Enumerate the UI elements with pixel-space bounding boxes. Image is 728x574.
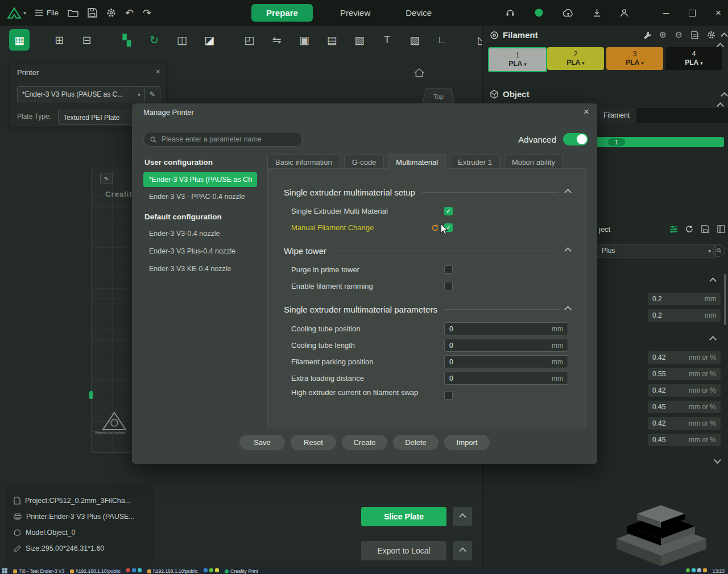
purge-prime-tower-checkbox[interactable]: [444, 265, 453, 274]
section-collapse-icon[interactable]: [564, 306, 572, 313]
advanced-toggle[interactable]: [563, 133, 588, 145]
reset-button[interactable]: Reset: [291, 435, 336, 450]
creality-cloud-button[interactable]: [534, 8, 544, 18]
undo-button[interactable]: ↶: [125, 7, 134, 19]
parameter-search[interactable]: [143, 132, 303, 147]
filter-sliders-icon[interactable]: [669, 225, 678, 234]
layers-tool[interactable]: ▤: [321, 29, 342, 51]
dialog-tab-gcode[interactable]: G-code: [344, 155, 384, 169]
taskbar-item-share1[interactable]: \\192.168.1.10\public: [70, 568, 121, 574]
paint-tool[interactable]: ▨: [404, 29, 425, 51]
dialog-tab-basic[interactable]: Basic information: [267, 155, 340, 169]
process-preset-select[interactable]: Plus ▾: [597, 244, 716, 257]
tab-prepare[interactable]: Prepare: [251, 4, 313, 22]
taskbar-pinned-icons[interactable]: [126, 568, 142, 572]
scale-tool[interactable]: ◰: [239, 29, 259, 51]
printer-select[interactable]: *Ender-3 V3 Plus (PAUSE as C... ▾: [17, 86, 146, 102]
taskbar-item-creality[interactable]: Creality Print: [225, 568, 258, 574]
delete-button[interactable]: Delete: [393, 435, 439, 450]
remove-filament-button[interactable]: ⊖: [675, 30, 682, 40]
param-value-row[interactable]: 0.45mm or %: [648, 401, 721, 413]
close-button[interactable]: ×: [705, 0, 728, 26]
support-headset-button[interactable]: [505, 8, 515, 18]
process-panel-collapse-icon[interactable]: [714, 456, 721, 464]
creality-logo-icon[interactable]: ▾: [7, 7, 26, 19]
minimize-button[interactable]: ─: [653, 0, 679, 26]
add-filament-button[interactable]: ⊕: [659, 30, 667, 40]
slice-options-button[interactable]: [453, 507, 472, 526]
text-tool[interactable]: T: [377, 29, 397, 51]
param-value-row[interactable]: 0.45mm or %: [648, 434, 721, 446]
section-collapse-icon[interactable]: [564, 189, 572, 196]
slice-plate-button[interactable]: Slice Plate: [361, 507, 446, 526]
redo-button[interactable]: ↷: [143, 7, 151, 19]
param-value-row[interactable]: 0.42mm or %: [648, 384, 721, 397]
import-button[interactable]: Import: [444, 435, 490, 450]
home-view-button[interactable]: [414, 68, 424, 77]
add-model-tool[interactable]: ⊞: [49, 29, 69, 51]
cooling-tube-length-input[interactable]: [445, 341, 536, 350]
filament-slot-1[interactable]: 1 PLA ▾: [488, 47, 547, 72]
nav-printer-item[interactable]: Ender-3 V3 - PPAC-0.4 nozzle: [143, 189, 257, 204]
filament-collapse-icon[interactable]: [722, 31, 727, 49]
auto-arrange-tool[interactable]: ▚: [117, 29, 137, 51]
plate-edit-icon[interactable]: ✎: [100, 173, 113, 184]
save-preset-icon[interactable]: [701, 225, 709, 233]
add-plate-tool[interactable]: ⊟: [77, 29, 97, 51]
rotate-tool[interactable]: ↻: [144, 29, 164, 51]
nav-printer-item-selected[interactable]: *Ender-3 V3 Plus (PAUSE as Ch: [143, 172, 257, 187]
export-options-button[interactable]: [453, 541, 472, 560]
nav-printer-item[interactable]: Ender-3 V3 KE-0.4 nozzle: [143, 261, 257, 276]
extra-loading-distance-input[interactable]: [445, 374, 536, 383]
tab-device[interactable]: Device: [398, 5, 440, 21]
save-button[interactable]: Save: [239, 435, 285, 450]
clean-tool[interactable]: ◪: [199, 29, 220, 51]
select-tool[interactable]: ▦: [9, 29, 30, 51]
refresh-icon[interactable]: [685, 225, 693, 233]
object-collapse-icon[interactable]: [722, 90, 727, 109]
param-value-row[interactable]: 0.42mm or %: [648, 351, 721, 364]
expand-panel-icon[interactable]: [717, 225, 725, 233]
param-value-row[interactable]: 0.2mm: [648, 309, 721, 322]
filament-slot-4[interactable]: 4 PLA ▾: [665, 47, 722, 70]
taskbar-clock[interactable]: 13:23: [713, 568, 725, 574]
process-scrollbar[interactable]: [724, 274, 726, 325]
param-group1-collapse-icon[interactable]: [709, 277, 717, 285]
dialog-tab-multimaterial[interactable]: Multimaterial: [388, 154, 446, 169]
filament-tool-icon[interactable]: [643, 31, 652, 40]
taskbar-item-folder1[interactable]: 7\0 - Test Ender-3 V3: [13, 568, 64, 574]
filament-parking-position-input[interactable]: [445, 357, 536, 367]
semm-checkbox[interactable]: ✓: [444, 207, 453, 215]
filament-slot-3[interactable]: 3 PLA ▾: [606, 47, 663, 70]
parameter-search-input[interactable]: [160, 135, 296, 144]
start-button[interactable]: [2, 568, 7, 573]
nav-printer-item[interactable]: Ender-3 V3 Plus-0.4 nozzle: [143, 244, 257, 259]
mirror-tool[interactable]: ⇋: [267, 29, 287, 51]
cloud-upload-button[interactable]: [562, 9, 574, 18]
filament-ramming-checkbox[interactable]: [444, 282, 453, 290]
filament-slot-2[interactable]: 2 PLA ▾: [547, 47, 604, 70]
taskbar-misc-icons[interactable]: [204, 568, 219, 572]
clone-tool[interactable]: ▣: [294, 29, 315, 51]
dialog-tab-extruder[interactable]: Extruder 1: [450, 155, 500, 169]
file-menu[interactable]: File: [35, 9, 59, 17]
param-value-row[interactable]: 0.55mm or %: [648, 368, 721, 380]
tab-preview[interactable]: Preview: [332, 5, 378, 21]
split-tool[interactable]: ◫: [172, 29, 192, 51]
maximize-button[interactable]: [679, 0, 705, 26]
support-tool[interactable]: ▧: [349, 29, 370, 51]
param-value-row[interactable]: 0.42mm or %: [648, 417, 721, 430]
nav-printer-item[interactable]: Ender-3 V3-0.4 nozzle: [143, 226, 257, 241]
save-button[interactable]: [88, 8, 97, 18]
section-collapse-icon[interactable]: [564, 247, 572, 255]
reset-value-icon[interactable]: [431, 224, 439, 232]
settings-gear-button[interactable]: [106, 8, 116, 18]
param-value-row[interactable]: 0.2mm: [648, 293, 721, 305]
measure-tool[interactable]: ∟: [432, 29, 452, 51]
export-local-button[interactable]: Export to Local: [361, 541, 446, 560]
printer-panel-close-icon[interactable]: ×: [156, 67, 160, 76]
filament-settings-icon[interactable]: [707, 31, 715, 39]
system-tray[interactable]: [686, 568, 707, 572]
user-account-button[interactable]: [620, 9, 628, 17]
dialog-tab-motion[interactable]: Motion ability: [504, 155, 563, 169]
